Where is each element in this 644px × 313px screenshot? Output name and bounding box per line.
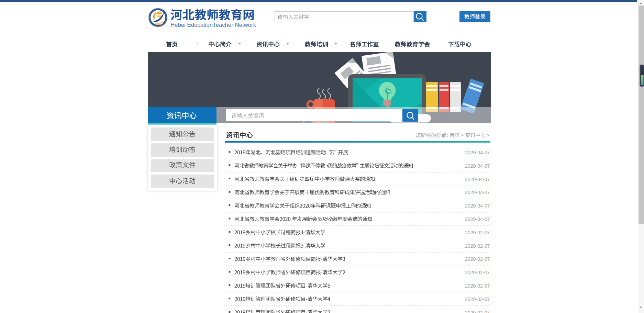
svg-text:2020-02-07: 2020-02-07	[465, 243, 490, 249]
svg-text:2020-02-07: 2020-02-07	[465, 256, 490, 262]
svg-text:2020-04-07: 2020-04-07	[465, 150, 490, 155]
svg-text:Hebei EducationTeacher Networ: Hebei EducationTeacher Network	[170, 22, 256, 28]
svg-text:2020-04-07: 2020-04-07	[465, 203, 490, 209]
svg-text:2020-04-07: 2020-04-07	[465, 163, 490, 169]
svg-text:2020-04-07: 2020-04-07	[465, 216, 490, 222]
svg-text:2020-02-07: 2020-02-07	[465, 230, 490, 235]
svg-text:2020-02-07: 2020-02-07	[465, 270, 490, 275]
svg-text:2020-04-07: 2020-04-07	[465, 177, 490, 182]
svg-text:2020-02-07: 2020-02-07	[465, 310, 490, 313]
svg-text:2020-04-07: 2020-04-07	[465, 190, 490, 195]
svg-text:2020-02-07: 2020-02-07	[465, 297, 490, 302]
svg-text:2020-02-07: 2020-02-07	[465, 283, 490, 289]
